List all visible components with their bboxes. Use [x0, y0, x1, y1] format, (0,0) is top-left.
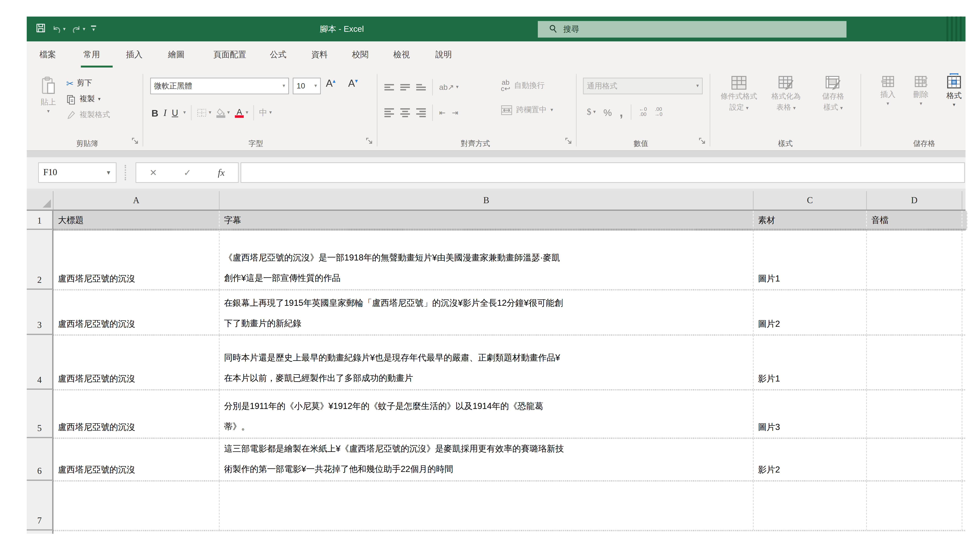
enter-button[interactable]: ✓ — [184, 168, 191, 178]
cell-A5[interactable]: 盧西塔尼亞號的沉沒 — [54, 390, 220, 438]
increase-decimal-button[interactable]: ←0.00 — [639, 107, 647, 117]
tab-data[interactable]: 資料 — [307, 41, 331, 68]
align-center-button[interactable] — [401, 108, 410, 117]
cell-A1[interactable]: 大標題 — [54, 211, 220, 230]
cell-C3[interactable]: 圖片2 — [754, 290, 867, 335]
font-name-select[interactable]: 微軟正黑體 ▾ — [150, 78, 289, 94]
cell-A2[interactable]: 盧西塔尼亞號的沉沒 — [54, 230, 220, 290]
cell-A3[interactable]: 盧西塔尼亞號的沉沒 — [54, 290, 220, 335]
column-header-c[interactable]: C — [754, 191, 867, 209]
align-top-button[interactable] — [384, 84, 394, 90]
conditional-formatting-button[interactable]: 條件式格式 設定 ▾ — [718, 75, 760, 112]
tab-file[interactable]: 檔案 — [36, 41, 60, 68]
increase-indent-button[interactable]: ⇥ — [452, 108, 458, 117]
delete-cells-button[interactable]: 刪除 ▾ — [906, 75, 935, 106]
copy-button[interactable]: 複製 ▾ — [66, 91, 110, 107]
row-header-3[interactable]: 3 — [27, 290, 53, 335]
currency-button[interactable]: $ ▾ — [587, 107, 596, 117]
comma-button[interactable]: , — [620, 105, 623, 120]
cell-D3[interactable] — [867, 290, 963, 335]
cell-B1[interactable]: 字幕 — [220, 211, 753, 230]
row-header-4[interactable]: 4 — [27, 335, 53, 390]
tab-view[interactable]: 檢視 — [390, 41, 414, 68]
cell-C1[interactable]: 素材 — [754, 211, 867, 230]
tab-draw[interactable]: 繪圖 — [164, 41, 188, 68]
font-size-select[interactable]: 10 ▾ — [293, 78, 321, 94]
cell-D4[interactable] — [867, 335, 963, 390]
row-header-6[interactable]: 6 — [27, 438, 53, 481]
column-header-d[interactable]: D — [867, 191, 963, 209]
cell-B2[interactable]: 《盧西塔尼亞號的沉沒》是一部1918年的無聲動畫短片¥由美國漫畫家兼動畫師溫瑟·… — [220, 230, 753, 290]
undo-button[interactable]: ▾ — [51, 24, 65, 34]
format-cells-button[interactable]: 格式 ▾ — [939, 73, 969, 108]
font-dialog-launcher[interactable] — [366, 137, 374, 145]
cell-C4[interactable]: 影片1 — [754, 335, 867, 390]
name-box[interactable]: F10 ▼ — [38, 163, 116, 183]
tab-review[interactable]: 校閱 — [348, 41, 372, 68]
align-right-button[interactable] — [416, 108, 426, 117]
increase-font-button[interactable]: A▴ — [326, 78, 336, 89]
tab-insert[interactable]: 插入 — [122, 41, 146, 68]
format-painter-button[interactable]: 複製格式 — [66, 107, 110, 123]
cell-B5[interactable]: 分別是1911年的《小尼莫》¥1912年的《蚊子是怎麼生活的》以及1914年的《… — [220, 390, 753, 438]
tab-page-layout[interactable]: 頁面配置 — [209, 41, 250, 68]
cell-B7[interactable] — [220, 481, 753, 531]
cell-C5[interactable]: 圖片3 — [754, 390, 867, 438]
merge-center-button[interactable]: 跨欄置中 ▾ — [501, 105, 553, 115]
cell-C6[interactable]: 影片2 — [754, 438, 867, 481]
decrease-font-button[interactable]: A▾ — [348, 78, 358, 89]
number-dialog-launcher[interactable] — [699, 137, 706, 145]
format-as-table-button[interactable]: 格式化為 表格 ▾ — [765, 75, 807, 112]
row-header-5[interactable]: 5 — [27, 390, 53, 438]
save-icon[interactable] — [36, 22, 46, 35]
column-header-e-partial[interactable] — [963, 191, 966, 209]
redo-button[interactable]: ▾ — [72, 24, 85, 34]
tab-formulas[interactable]: 公式 — [266, 41, 290, 68]
select-all-button[interactable] — [27, 191, 53, 209]
cut-button[interactable]: ✂ 剪下 — [66, 75, 110, 91]
cancel-button[interactable]: ✕ — [150, 168, 157, 178]
cell-B3[interactable]: 在銀幕上再現了1915年英國皇家郵輪「盧西塔尼亞號」的沉沒¥影片全長12分鐘¥很… — [220, 290, 753, 335]
bold-button[interactable]: B — [151, 107, 158, 118]
tab-help[interactable]: 說明 — [431, 41, 456, 68]
cell-B6[interactable]: 這三部電影都是繪製在米紙上¥《盧西塔尼亞號的沉沒》是麥凱採用更有效率的賽璐珞新技… — [220, 438, 753, 481]
font-color-button[interactable]: A ▾ — [235, 108, 248, 118]
cell-A4[interactable]: 盧西塔尼亞號的沉沒 — [54, 335, 220, 390]
italic-button[interactable]: I — [164, 107, 167, 118]
percent-button[interactable]: % — [603, 107, 612, 118]
cell-A6[interactable]: 盧西塔尼亞號的沉沒 — [54, 438, 220, 481]
cell-A7[interactable] — [54, 481, 220, 531]
column-header-b[interactable]: B — [220, 191, 753, 209]
row-header-1[interactable]: 1 — [27, 211, 53, 230]
borders-button[interactable]: ▾ — [197, 108, 211, 118]
cell-D2[interactable] — [867, 230, 963, 290]
wrap-text-button[interactable]: abc↩ 自動換行 — [501, 79, 545, 92]
insert-function-button[interactable]: fx — [218, 167, 224, 178]
search-input[interactable]: 搜尋 — [538, 21, 846, 37]
formula-bar-divider[interactable] — [125, 165, 126, 180]
paste-button[interactable]: 貼上 ▾ — [34, 77, 62, 114]
cell-C2[interactable]: 圖片1 — [754, 230, 867, 290]
cell-styles-button[interactable]: 儲存格 樣式 ▾ — [812, 75, 854, 112]
align-left-button[interactable] — [384, 108, 394, 117]
tab-home[interactable]: 常用 — [80, 41, 104, 68]
orientation-button[interactable]: ab↗ ▾ — [439, 83, 459, 92]
row-header-7[interactable]: 7 — [27, 481, 53, 531]
decrease-decimal-button[interactable]: .00→0 — [654, 107, 662, 117]
cell-D5[interactable] — [867, 390, 963, 438]
decrease-indent-button[interactable]: ⇤ — [439, 108, 446, 117]
insert-cells-button[interactable]: 插入 ▾ — [873, 75, 902, 106]
cell-D6[interactable] — [867, 438, 963, 481]
number-format-select[interactable]: 通用格式 ▾ — [583, 78, 702, 94]
column-header-a[interactable]: A — [54, 191, 220, 209]
row-header-2[interactable]: 2 — [27, 230, 53, 290]
align-bottom-button[interactable] — [416, 84, 426, 90]
formula-input[interactable] — [240, 163, 965, 183]
clipboard-dialog-launcher[interactable] — [132, 137, 139, 145]
phonetic-guide-button[interactable]: 中 ▾ — [259, 107, 272, 118]
cell-D7[interactable] — [867, 481, 963, 531]
customize-qat-button[interactable]: ▾ — [91, 26, 96, 33]
cell-D1[interactable]: 音檔 — [867, 211, 963, 230]
underline-button[interactable]: U — [172, 108, 178, 118]
alignment-dialog-launcher[interactable] — [565, 137, 573, 145]
